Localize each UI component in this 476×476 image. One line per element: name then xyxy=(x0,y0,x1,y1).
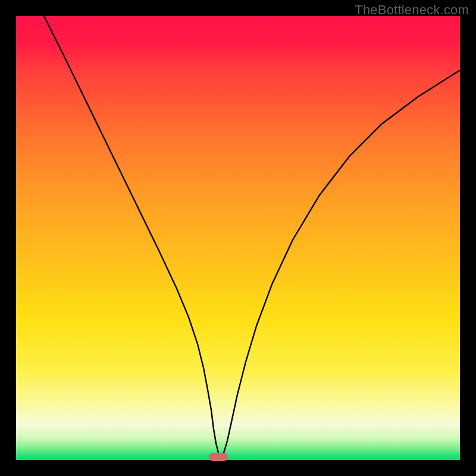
bottleneck-curve-path xyxy=(44,16,460,457)
bottleneck-curve-svg xyxy=(16,16,460,460)
watermark-text: TheBottleneck.com xyxy=(355,2,469,18)
optimal-point-marker xyxy=(209,453,228,461)
